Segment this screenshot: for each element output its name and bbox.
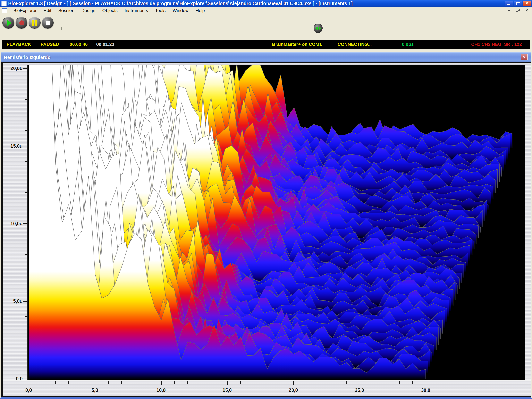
y-axis: 0,05,0u10,0u15,0u20,0u bbox=[3, 63, 27, 396]
status-state: PAUSED bbox=[41, 42, 59, 47]
y-axis-label: 15,0u bbox=[3, 143, 23, 149]
status-time-current: 00:00:46 bbox=[70, 42, 88, 47]
status-time-total: 00:01:23 bbox=[96, 42, 114, 47]
x-major-tick bbox=[161, 381, 162, 386]
x-major-tick bbox=[360, 381, 360, 386]
x-minor-tick bbox=[320, 381, 320, 384]
x-axis-label: 10,0 bbox=[154, 387, 168, 393]
app-icon bbox=[1, 1, 6, 6]
window-bottom-border bbox=[0, 398, 532, 399]
mdi-restore-button[interactable] bbox=[514, 8, 521, 13]
menu-item-edit[interactable]: Edit bbox=[40, 7, 55, 14]
instrument-title: Hemisferio Izquierdo bbox=[4, 55, 51, 60]
close-button[interactable]: × bbox=[523, 1, 531, 6]
instrument-window: 0,05,0u10,0u15,0u20,0u 0,05,010,015,020,… bbox=[1, 52, 531, 398]
x-minor-tick bbox=[412, 381, 413, 384]
y-minor-tick bbox=[25, 115, 27, 115]
pause-icon bbox=[32, 20, 37, 25]
menu-item-instruments[interactable]: Instruments bbox=[121, 7, 152, 14]
minimize-icon bbox=[507, 4, 510, 5]
close-icon: × bbox=[523, 1, 531, 6]
x-major-tick bbox=[293, 381, 294, 386]
x-minor-tick bbox=[201, 381, 201, 384]
y-minor-tick bbox=[25, 317, 27, 317]
record-button[interactable] bbox=[16, 17, 27, 29]
play-button[interactable] bbox=[2, 17, 14, 29]
y-major-tick bbox=[23, 146, 27, 146]
session-status-bar: PLAYBACK PAUSED 00:00:46 00:01:23 BrainM… bbox=[2, 39, 530, 49]
x-minor-tick bbox=[267, 381, 267, 384]
x-minor-tick bbox=[82, 381, 82, 384]
bioexplorer-app: BioExplorer 1.3 [ Design - ] [ Session -… bbox=[0, 0, 532, 399]
menu-item-objects[interactable]: Objects bbox=[99, 7, 121, 14]
menu-item-window[interactable]: Window bbox=[169, 7, 192, 14]
x-minor-tick bbox=[148, 381, 148, 384]
x-axis-label: 5,0 bbox=[88, 387, 102, 393]
stop-icon bbox=[46, 21, 50, 25]
x-minor-tick bbox=[108, 381, 108, 384]
y-minor-tick bbox=[25, 84, 27, 84]
x-minor-tick bbox=[399, 381, 400, 384]
x-minor-tick bbox=[280, 381, 280, 384]
x-major-tick bbox=[95, 381, 95, 386]
instrument-title-bar[interactable]: Hemisferio Izquierdo × bbox=[1, 52, 531, 63]
menu-item-bioexplorer[interactable]: BioExplorer bbox=[10, 7, 40, 14]
y-major-tick bbox=[23, 68, 27, 69]
menu-item-design[interactable]: Design bbox=[78, 7, 99, 14]
maximize-icon bbox=[516, 2, 520, 5]
record-icon bbox=[19, 20, 24, 25]
x-axis-label: 25,0 bbox=[352, 387, 367, 393]
title-bar: BioExplorer 1.3 [ Design - ] [ Session -… bbox=[0, 0, 532, 7]
plot-frame-right bbox=[525, 63, 531, 380]
slider-thumb[interactable] bbox=[314, 24, 323, 33]
x-minor-tick bbox=[121, 381, 122, 384]
menu-item-help[interactable]: Help bbox=[192, 7, 208, 14]
maximize-button[interactable] bbox=[514, 1, 522, 6]
x-minor-tick bbox=[333, 381, 334, 384]
y-minor-tick bbox=[25, 192, 27, 193]
x-axis-label: 0,0 bbox=[21, 387, 36, 393]
menu-items: BioExplorerEditSessionDesignObjectsInstr… bbox=[10, 7, 208, 14]
playback-position-slider[interactable] bbox=[62, 27, 523, 30]
status-bitrate: 0 bps bbox=[402, 42, 414, 47]
status-device: BrainMaster+ on COM1 bbox=[272, 42, 322, 47]
stop-button[interactable] bbox=[42, 17, 54, 29]
y-minor-tick bbox=[25, 239, 27, 239]
y-axis-label: 10,0u bbox=[3, 221, 23, 227]
y-minor-tick bbox=[25, 177, 27, 177]
mdi-minimize-button[interactable]: – bbox=[505, 8, 512, 13]
x-minor-tick bbox=[241, 381, 241, 384]
x-minor-tick bbox=[307, 381, 307, 384]
status-channels: CH1 CH2 HEG SR : 122 bbox=[471, 42, 522, 47]
y-minor-tick bbox=[25, 130, 27, 131]
y-minor-tick bbox=[25, 254, 27, 255]
y-minor-tick bbox=[25, 285, 27, 286]
minimize-button[interactable] bbox=[505, 1, 513, 6]
y-minor-tick bbox=[25, 363, 27, 363]
mdi-child-icon[interactable] bbox=[2, 8, 7, 13]
x-major-tick bbox=[426, 381, 426, 386]
x-axis-label: 20,0 bbox=[286, 387, 301, 393]
x-minor-tick bbox=[373, 381, 373, 384]
menu-item-session[interactable]: Session bbox=[55, 7, 78, 14]
menu-item-tools[interactable]: Tools bbox=[152, 7, 169, 14]
y-minor-tick bbox=[25, 332, 27, 332]
instrument-close-button[interactable]: × bbox=[521, 54, 528, 60]
status-mode: PLAYBACK bbox=[6, 42, 31, 47]
y-minor-tick bbox=[25, 208, 27, 208]
y-minor-tick bbox=[25, 348, 27, 348]
pause-button[interactable] bbox=[29, 17, 41, 29]
x-minor-tick bbox=[386, 381, 386, 384]
y-major-tick bbox=[23, 301, 27, 302]
slider-left-arrow-icon bbox=[316, 26, 318, 31]
y-minor-tick bbox=[25, 270, 27, 270]
x-minor-tick bbox=[187, 381, 188, 384]
y-minor-tick bbox=[25, 99, 27, 100]
toolbar-separator bbox=[2, 36, 530, 37]
y-axis-label: 5,0u bbox=[3, 298, 23, 304]
x-minor-tick bbox=[346, 381, 347, 384]
play-icon bbox=[7, 20, 12, 26]
x-minor-tick bbox=[135, 381, 135, 384]
mdi-close-button[interactable]: × bbox=[523, 8, 530, 13]
x-major-tick bbox=[29, 381, 29, 386]
